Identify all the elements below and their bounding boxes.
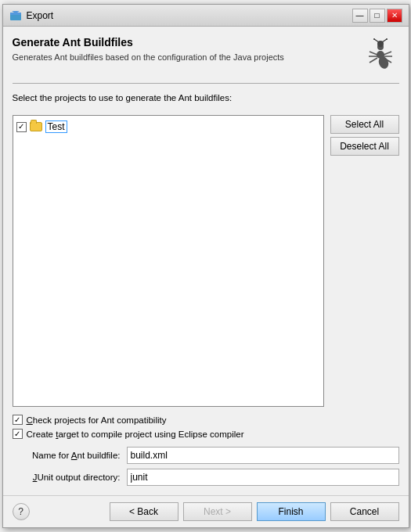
project-checkbox-test[interactable] [16, 122, 27, 132]
checkbox-row-ant[interactable]: Check projects for Ant compatibility [13, 415, 399, 425]
list-item[interactable]: Test [16, 119, 320, 135]
dialog-footer: ? < Back Next > Finish Cancel [3, 495, 409, 527]
junit-input[interactable] [127, 469, 399, 486]
check-eclipse-label: Create target to compile project using E… [27, 430, 244, 439]
minimize-button[interactable]: — [352, 9, 368, 23]
form-row-junit: JUnit output directory: [13, 469, 399, 486]
next-button[interactable]: Next > [183, 502, 252, 521]
page-subtitle: Generates Ant buildfiles based on the co… [13, 52, 362, 63]
svg-rect-1 [10, 13, 21, 15]
window-controls: — □ ✕ [352, 9, 402, 23]
form-row-buildfile: Name for Ant buildfile: [13, 447, 399, 464]
svg-point-8 [373, 38, 375, 40]
svg-line-10 [370, 52, 377, 55]
page-header: Generate Ant Buildfiles Generates Ant bu… [13, 36, 399, 74]
buildfile-label: Name for Ant buildfile: [13, 451, 121, 460]
options-checkboxes: Check projects for Ant compatibility Cre… [13, 415, 399, 439]
help-button[interactable]: ? [13, 503, 30, 520]
svg-line-12 [370, 58, 377, 63]
project-list[interactable]: Test [13, 115, 324, 407]
finish-button[interactable]: Finish [257, 502, 326, 521]
footer-right: < Back Next > Finish Cancel [110, 502, 399, 521]
maximize-button[interactable]: □ [370, 9, 385, 23]
page-title: Generate Ant Buildfiles [13, 36, 362, 49]
check-ant-label: Check projects for Ant compatibility [27, 415, 167, 425]
check-ant-checkbox[interactable] [13, 415, 23, 425]
checkbox-row-eclipse[interactable]: Create target to compile project using E… [13, 429, 399, 439]
buildfile-input[interactable] [127, 447, 399, 464]
header-text: Generate Ant Buildfiles Generates Ant bu… [13, 36, 362, 63]
svg-line-6 [374, 39, 379, 42]
window-title: Export [27, 10, 348, 21]
svg-point-3 [377, 51, 384, 59]
svg-line-13 [384, 52, 391, 55]
form-section: Name for Ant buildfile: JUnit output dir… [13, 447, 399, 486]
back-button[interactable]: < Back [110, 502, 178, 521]
footer-left: ? [13, 503, 30, 520]
header-divider [13, 83, 399, 84]
projects-section-label: Select the projects to use to generate t… [13, 93, 399, 102]
select-all-button[interactable]: Select All [330, 115, 399, 134]
check-eclipse-checkbox[interactable] [13, 429, 23, 439]
svg-line-7 [382, 39, 387, 42]
cancel-button[interactable]: Cancel [330, 502, 399, 521]
list-action-buttons: Select All Deselect All [330, 115, 399, 407]
project-name-test[interactable]: Test [45, 120, 67, 133]
deselect-all-button[interactable]: Deselect All [330, 137, 399, 156]
close-button[interactable]: ✕ [387, 9, 402, 23]
folder-icon [30, 120, 42, 133]
junit-label: JUnit output directory: [13, 473, 121, 482]
title-bar: Export — □ ✕ [3, 5, 409, 27]
window-icon [9, 9, 22, 22]
svg-point-9 [386, 38, 388, 40]
export-window: Export — □ ✕ Generate Ant Buildfiles Gen… [2, 4, 409, 528]
ant-icon [362, 36, 399, 74]
main-content: Generate Ant Buildfiles Generates Ant bu… [3, 27, 409, 495]
project-list-area: Test Select All Deselect All [13, 115, 399, 407]
